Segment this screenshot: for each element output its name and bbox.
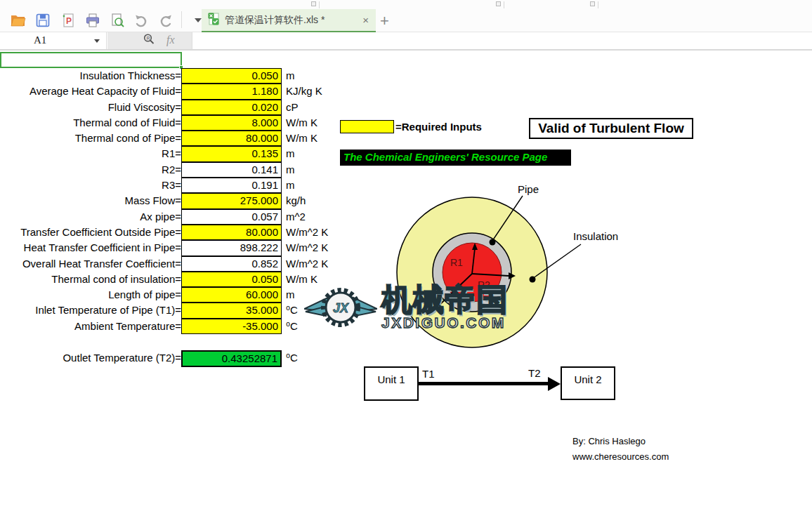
open-folder-icon[interactable]: [10, 12, 27, 29]
watermark-domain-text: JXDIGUO.COM: [381, 314, 508, 331]
row-label: Thermal cond of Pipe=: [0, 131, 181, 146]
undo-icon[interactable]: [133, 12, 150, 29]
value-cell[interactable]: 0.050: [181, 272, 282, 287]
row-label: R1=: [0, 146, 181, 161]
empty-row: [0, 334, 365, 350]
redo-icon[interactable]: [157, 12, 174, 29]
row-label: Thermal cond of Fluid=: [0, 115, 181, 131]
print-preview-icon[interactable]: [109, 12, 126, 29]
unit-label: W/m^2 K: [282, 256, 328, 272]
watermark: JX 机械帝国 JXDIGUO.COM: [304, 281, 523, 334]
value-cell[interactable]: 898.222: [181, 240, 282, 255]
watermark-cn-text: 机械帝国: [381, 285, 508, 314]
value-cell[interactable]: 0.141: [181, 162, 282, 178]
r1-label: R1: [450, 257, 463, 268]
sheet-area[interactable]: Insulation Thickness= 0.050 m Average He…: [0, 51, 812, 511]
name-box[interactable]: A1: [0, 32, 107, 49]
value-cell[interactable]: 1.180: [181, 84, 282, 99]
save-icon[interactable]: [34, 12, 51, 29]
row-label: Outlet Temperature (T2)=: [0, 350, 181, 367]
tab-title: 管道保温计算软件.xls *: [225, 14, 325, 27]
row-label: Average Heat Capacity of Fluid=: [0, 84, 181, 99]
unit-label: m: [282, 178, 295, 193]
window-fragment: [496, 1, 501, 6]
value-cell[interactable]: 0.020: [181, 100, 282, 115]
value-cell[interactable]: 8.000: [181, 115, 282, 131]
row-label: Ax pipe=: [0, 209, 181, 225]
t2-label: T2: [528, 367, 541, 379]
value-cell[interactable]: 35.000: [181, 303, 282, 318]
xls-file-icon: [208, 13, 219, 28]
t1-label: T1: [422, 368, 435, 380]
jx-monogram: JX: [333, 301, 349, 315]
quick-access-toolbar: P: [0, 0, 812, 32]
unit-label: ⁰C: [282, 319, 298, 334]
value-cell[interactable]: 0.135: [181, 146, 282, 161]
unit-label: W/m^2 K: [282, 240, 328, 255]
unit2-box: Unit 2: [561, 366, 615, 400]
row-label: Insulation Thickness=: [0, 68, 181, 84]
value-cell[interactable]: 80.000: [181, 225, 282, 240]
row-label: Inlet Temperature of Pipe (T1)=: [0, 303, 181, 318]
formula-bar-row: A1 R fx: [0, 32, 812, 51]
output-cell[interactable]: 0.43252871: [181, 350, 282, 367]
formula-input[interactable]: [193, 32, 812, 49]
value-cell[interactable]: 275.000: [181, 193, 282, 208]
required-input-label: =Required Inputs: [395, 121, 482, 133]
website-credit: www.cheresources.com: [572, 451, 669, 462]
table-row: Heat Transfer Coefficient in Pipe= 898.2…: [0, 240, 365, 255]
table-row: R1= 0.135 m: [0, 146, 365, 161]
table-row: Average Heat Capacity of Fluid= 1.180 KJ…: [0, 84, 365, 99]
row-label: Thermal cond of insulation=: [0, 272, 181, 287]
name-box-dropdown-icon[interactable]: [94, 39, 100, 43]
value-cell[interactable]: 0.191: [181, 178, 282, 193]
svg-text:P: P: [66, 16, 72, 26]
table-row: R2= 0.141 m: [0, 162, 365, 178]
row-label: Ambient Temperature=: [0, 319, 181, 334]
row-label: Transfer Coefficient Outside Pipe=: [0, 225, 181, 240]
svg-text:R: R: [146, 36, 150, 41]
row-label: R2=: [0, 162, 181, 178]
value-cell[interactable]: 0.050: [181, 68, 282, 84]
window-fragment: [311, 1, 316, 6]
row-label: Mass Flow=: [0, 193, 181, 208]
row-label: Heat Transfer Coefficient in Pipe=: [0, 240, 181, 255]
required-input-swatch: [340, 120, 394, 133]
new-tab-button[interactable]: +: [380, 12, 389, 30]
unit-label: m: [282, 146, 295, 161]
resource-page-banner: The Chemical Engineers' Resource Page: [340, 150, 571, 166]
table-row: Thermal cond of Fluid= 8.000 W/m K: [0, 115, 365, 131]
row-label: Fluid Viscosity=: [0, 100, 181, 115]
value-cell[interactable]: 0.057: [181, 209, 282, 225]
window-fragment: [590, 1, 595, 6]
fx-function-icon[interactable]: fx: [166, 34, 175, 46]
formula-bar-tools: R fx: [107, 32, 192, 49]
unit-label: m^2: [282, 209, 306, 225]
tab-close-icon[interactable]: ×: [362, 15, 369, 25]
unit-label: KJ/kg K: [282, 84, 322, 99]
value-cell[interactable]: 80.000: [181, 131, 282, 146]
spreadsheet-window: P: [0, 0, 812, 511]
row-label: Length of pipe=: [0, 287, 181, 303]
unit-label: ⁰C: [282, 350, 298, 367]
flow-arrow-line: [419, 382, 549, 385]
flow-arrow-head: [548, 377, 561, 391]
table-row: Overall Heat Transfer Coefficient= 0.852…: [0, 256, 365, 272]
table-row: Transfer Coefficient Outside Pipe= 80.00…: [0, 225, 365, 240]
unit-label: m: [282, 162, 295, 178]
author-credit: By: Chris Haslego: [572, 436, 646, 446]
table-row: Outlet Temperature (T2)= 0.43252871 ⁰C: [0, 350, 365, 367]
unit-label: m: [282, 68, 295, 84]
active-cell-selection[interactable]: [0, 52, 182, 68]
unit1-box: Unit 1: [364, 366, 419, 401]
table-row: Thermal cond of Pipe= 80.000 W/m K: [0, 131, 365, 146]
value-cell[interactable]: 0.852: [181, 256, 282, 272]
insulation-callout-label: Insulation: [573, 230, 618, 242]
value-cell[interactable]: -35.000: [181, 319, 282, 334]
export-pdf-icon[interactable]: P: [60, 12, 77, 29]
toolbar-separator: [181, 11, 182, 28]
print-icon[interactable]: [84, 12, 101, 29]
document-tab[interactable]: 管道保温计算软件.xls * ×: [202, 9, 376, 32]
value-cell[interactable]: 60.000: [181, 287, 282, 303]
find-magnifier-icon[interactable]: R: [143, 33, 155, 48]
